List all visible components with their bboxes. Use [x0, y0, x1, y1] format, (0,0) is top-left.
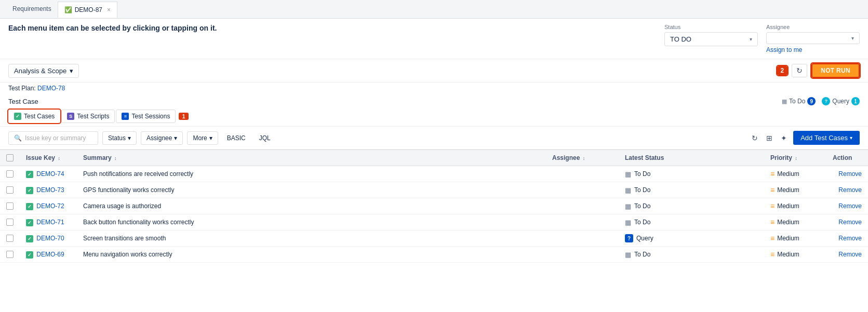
test-sessions-icon: ≡ [122, 113, 129, 120]
row-status-cell: ▦To Do [619, 166, 764, 182]
search-input[interactable] [25, 134, 92, 142]
test-plan-link[interactable]: DEMO-78 [37, 85, 65, 92]
remove-link[interactable]: Remove [838, 251, 862, 258]
row-status-cell: ▦To Do [619, 247, 764, 263]
columns-button[interactable]: ⊞ [764, 132, 774, 144]
col-header-summary[interactable]: Summary ↕ [77, 150, 546, 166]
row-checkbox-cell [0, 198, 20, 214]
query-icon: ? [822, 97, 830, 105]
priority-icon: ≡ [770, 250, 774, 259]
remove-link[interactable]: Remove [838, 186, 862, 194]
more-filter-button[interactable]: More ▾ [187, 131, 218, 145]
not-run-button[interactable]: NOT RUN [811, 63, 860, 78]
row-assignee-cell [546, 214, 619, 230]
assign-to-me-link[interactable]: Assign to me [766, 46, 860, 53]
row-action-cell: Remove [826, 214, 868, 230]
row-checkbox[interactable] [6, 219, 14, 226]
row-priority-cell: ≡ Medium [764, 214, 826, 230]
tc-row-icon: ✓ [26, 171, 33, 178]
row-summary-cell: GPS functionality works correctly [77, 182, 546, 198]
issue-key-link[interactable]: DEMO-72 [36, 202, 64, 210]
remove-link[interactable]: Remove [838, 170, 862, 178]
tab-test-cases[interactable]: ✓ Test Cases [8, 110, 60, 123]
test-plan-row: Test Plan: DEMO-78 [0, 83, 868, 95]
chevron-down-icon-4: ▾ [128, 134, 131, 142]
add-test-cases-button[interactable]: Add Test Cases ▾ [793, 131, 860, 145]
row-checkbox-cell [0, 247, 20, 263]
issue-key-link[interactable]: DEMO-73 [36, 186, 64, 194]
tab-requirements[interactable]: Requirements [6, 1, 58, 18]
priority-icon: ≡ [770, 170, 774, 178]
analysis-scope-label: Analysis & Scope [14, 67, 66, 75]
remove-link[interactable]: Remove [838, 202, 862, 210]
sort-icon-priority: ↕ [795, 156, 797, 161]
tab-bar: Requirements ✅ DEMO-87 × [0, 0, 868, 19]
chevron-down-icon-3: ▾ [70, 67, 73, 75]
tab-test-sessions[interactable]: ≡ Test Sessions [116, 110, 176, 123]
row-checkbox[interactable] [6, 186, 14, 194]
tab-demo87[interactable]: ✅ DEMO-87 × [58, 2, 117, 18]
issue-key-link[interactable]: DEMO-70 [36, 235, 64, 242]
row-assignee-cell [546, 198, 619, 214]
search-field[interactable]: 🔍 [8, 131, 98, 145]
jql-button[interactable]: JQL [255, 131, 275, 145]
refresh-filter-button[interactable]: ↻ [750, 132, 760, 144]
col-header-check [0, 150, 20, 166]
status-field-group: Status TO DO ▾ [664, 24, 758, 46]
table-header: Issue Key ↕ Summary ↕ Assignee ↕ Latest … [0, 150, 868, 166]
status-select[interactable]: TO DO ▾ [664, 32, 758, 46]
priority-value: Medium [777, 202, 799, 210]
row-checkbox[interactable] [6, 235, 14, 242]
test-cases-table: Issue Key ↕ Summary ↕ Assignee ↕ Latest … [0, 150, 868, 263]
section-controls: Analysis & Scope ▾ 2 ↻ NOT RUN [0, 59, 868, 83]
status-text: To Do [634, 202, 650, 210]
tab-test-scripts-label: Test Scripts [77, 113, 109, 120]
col-header-assignee[interactable]: Assignee ↕ [546, 150, 619, 166]
sort-icon-assignee: ↕ [583, 156, 585, 161]
page-title: Each menu item can be selected by clicki… [8, 24, 217, 32]
select-all-checkbox[interactable] [6, 154, 14, 161]
col-header-status[interactable]: Latest Status [619, 150, 764, 166]
row-priority-cell: ≡ Medium [764, 166, 826, 182]
remove-link[interactable]: Remove [838, 219, 862, 226]
analysis-scope-button[interactable]: Analysis & Scope ▾ [8, 64, 79, 78]
row-checkbox[interactable] [6, 202, 14, 210]
tab-test-scripts[interactable]: S Test Scripts [61, 110, 115, 123]
query-status-icon: ? [625, 234, 633, 242]
chevron-down-icon: ▾ [750, 36, 752, 42]
chevron-down-icon-2: ▾ [851, 35, 854, 41]
assignee-filter-label: Assignee [146, 134, 172, 142]
row-key-cell: ✓ DEMO-72 [20, 198, 77, 214]
row-checkbox[interactable] [6, 170, 14, 178]
issue-key-link[interactable]: DEMO-71 [36, 219, 64, 226]
priority-value: Medium [777, 219, 799, 226]
test-case-section-label: Test Case [8, 98, 38, 105]
status-filter-button[interactable]: Status ▾ [102, 131, 137, 145]
stat-query: ? Query 1 [822, 97, 860, 105]
refresh-button[interactable]: ↻ [792, 64, 807, 77]
tc-row-icon: ✓ [26, 235, 33, 242]
issue-key-link[interactable]: DEMO-74 [36, 170, 64, 178]
row-checkbox[interactable] [6, 251, 14, 258]
issue-key-link[interactable]: DEMO-69 [36, 251, 64, 258]
row-action-cell: Remove [826, 198, 868, 214]
assignee-select[interactable]: ▾ [766, 32, 860, 44]
subtabs-badge: 1 [179, 113, 188, 120]
search-icon: 🔍 [14, 134, 22, 142]
remove-link[interactable]: Remove [838, 235, 862, 242]
table-row: ✓ DEMO-70 Screen transitions are smooth … [0, 230, 868, 247]
row-assignee-cell [546, 166, 619, 182]
col-header-priority[interactable]: Priority ↕ [764, 150, 826, 166]
tab-test-sessions-label: Test Sessions [131, 113, 170, 120]
close-icon[interactable]: × [107, 6, 111, 13]
assignee-filter-button[interactable]: Assignee ▾ [141, 131, 183, 145]
settings-button[interactable]: ✦ [779, 132, 789, 144]
filter-right: ↻ ⊞ ✦ Add Test Cases ▾ [750, 131, 860, 145]
basic-button[interactable]: BASIC [222, 131, 250, 145]
col-header-key[interactable]: Issue Key ↕ [20, 150, 77, 166]
tc-row-icon: ✓ [26, 251, 33, 259]
row-action-cell: Remove [826, 182, 868, 198]
row-action-cell: Remove [826, 230, 868, 247]
tc-row-icon: ✓ [26, 203, 33, 210]
tab-requirements-label: Requirements [12, 5, 51, 12]
